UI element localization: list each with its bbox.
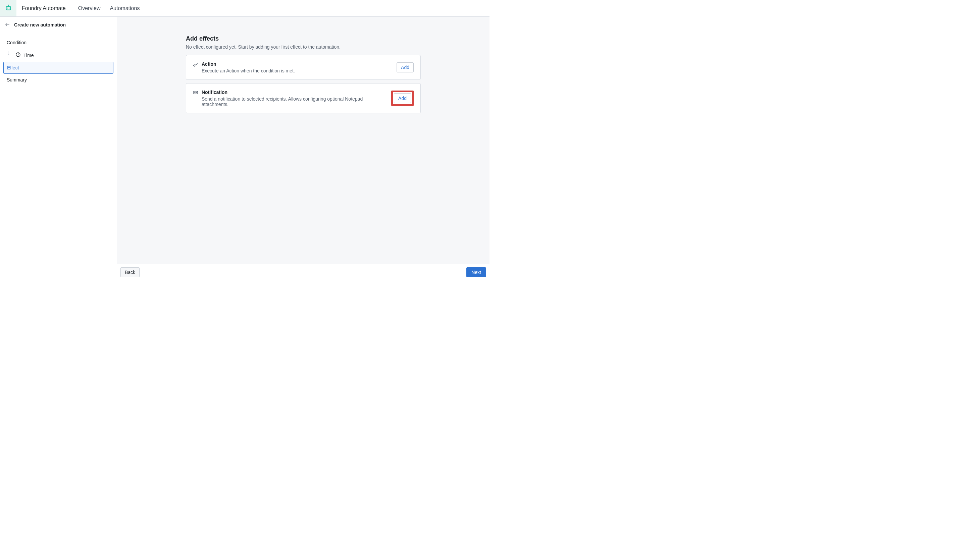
- tab-automations[interactable]: Automations: [105, 0, 144, 17]
- body-area: Create new automation Condition Time Eff…: [0, 17, 490, 280]
- svg-rect-0: [6, 7, 10, 10]
- footer: Back Next: [117, 264, 490, 280]
- sidebar-item-effect[interactable]: Effect: [3, 62, 114, 74]
- svg-point-1: [7, 8, 8, 9]
- sidebar-item-summary[interactable]: Summary: [3, 74, 114, 86]
- highlight-annotation: Add: [391, 90, 414, 106]
- effect-text: Action Execute an Action when the condit…: [202, 62, 295, 73]
- page-subtitle: No effect configured yet. Start by addin…: [186, 44, 421, 50]
- robot-icon: [5, 4, 12, 12]
- next-button[interactable]: Next: [466, 267, 486, 277]
- add-action-button[interactable]: Add: [397, 62, 414, 72]
- svg-point-2: [9, 8, 10, 9]
- content-inner: Add effects No effect configured yet. St…: [186, 35, 421, 264]
- sidebar-title: Create new automation: [14, 22, 66, 27]
- effect-title: Action: [202, 62, 295, 67]
- effect-text: Notification Send a notification to sele…: [202, 90, 384, 107]
- action-icon: [193, 62, 198, 68]
- product-icon-container: [0, 0, 17, 17]
- tab-overview[interactable]: Overview: [74, 0, 105, 17]
- back-arrow-icon[interactable]: [5, 22, 10, 27]
- effect-desc: Send a notification to selected recipien…: [202, 96, 384, 107]
- sidebar-header: Create new automation: [0, 17, 117, 33]
- effect-desc: Execute an Action when the condition is …: [202, 68, 295, 73]
- effect-title: Notification: [202, 90, 384, 95]
- sidebar: Create new automation Condition Time Eff…: [0, 17, 117, 280]
- effect-info: Notification Send a notification to sele…: [193, 90, 384, 107]
- sidebar-item-time[interactable]: Time: [3, 48, 114, 62]
- svg-point-4: [8, 5, 8, 5]
- main-content: Add effects No effect configured yet. St…: [117, 17, 490, 264]
- back-button[interactable]: Back: [120, 267, 140, 277]
- page-title: Add effects: [186, 35, 421, 42]
- effect-card-action: Action Execute an Action when the condit…: [186, 55, 421, 80]
- effect-info: Action Execute an Action when the condit…: [193, 62, 295, 73]
- clock-icon: [15, 52, 21, 58]
- sidebar-list: Condition Time Effect Summary: [0, 33, 117, 89]
- topbar: Foundry Automate Overview Automations: [0, 0, 490, 17]
- main: Add effects No effect configured yet. St…: [117, 17, 490, 280]
- product-title: Foundry Automate: [17, 5, 72, 12]
- sidebar-item-condition[interactable]: Condition: [3, 37, 114, 48]
- envelope-icon: [193, 90, 198, 96]
- add-notification-button[interactable]: Add: [394, 93, 411, 103]
- sidebar-item-time-label: Time: [23, 53, 34, 58]
- effect-card-notification: Notification Send a notification to sele…: [186, 83, 421, 113]
